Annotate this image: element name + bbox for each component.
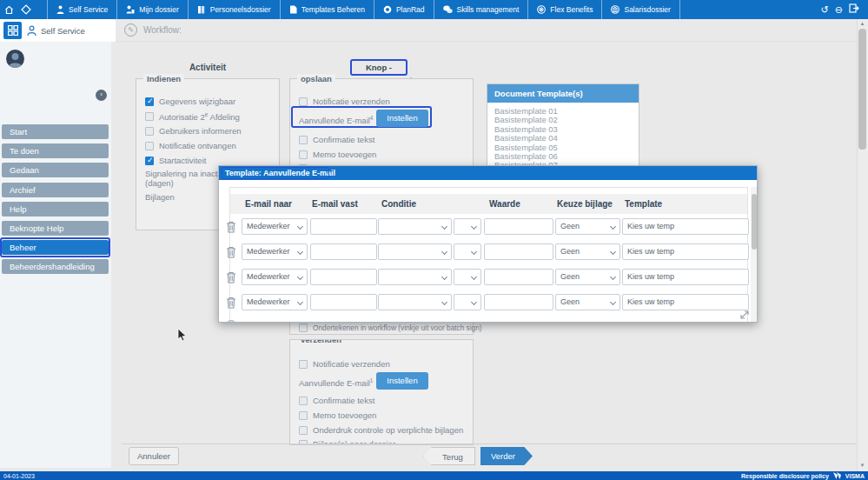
checkbox-ondertekenen-workflow[interactable] — [299, 323, 308, 332]
sidebar-item-te-doen[interactable]: Te doen — [2, 143, 109, 158]
conditie-select[interactable] — [378, 243, 452, 260]
keuze-bijlage-select[interactable]: Geen — [555, 218, 620, 235]
waarde-input[interactable] — [484, 243, 553, 260]
tab-self-service[interactable]: Self Service — [47, 0, 116, 19]
sidebar-item-beheerdershandleiding[interactable]: Beheerdershandleiding — [2, 259, 109, 274]
tab-mijn-dossier[interactable]: Mijn dossier — [116, 0, 187, 19]
chevron-down-icon — [610, 299, 616, 305]
tab-flex-benefits[interactable]: Flex Benefits — [527, 0, 601, 19]
chat-bubbles-icon — [443, 5, 453, 14]
footer-bar: 04-01-2023 Responsible disclosure policy… — [0, 471, 868, 480]
template-select[interactable]: Kies uw temp — [622, 269, 749, 285]
checkbox-bijlagen-naar-dossier[interactable] — [299, 440, 308, 446]
workflow-header: ✎ Workflow: — [124, 23, 182, 37]
checkbox-notificatie-verzenden-verzenden[interactable] — [299, 360, 308, 369]
verder-button[interactable]: Verder — [480, 447, 533, 465]
checkbox-memo-toevoegen-verzenden[interactable] — [299, 411, 308, 420]
sidebar-item-gedaan[interactable]: Gedaan — [2, 163, 109, 177]
navigation-diamond-icon[interactable] — [17, 0, 35, 19]
avatar[interactable] — [6, 50, 24, 68]
delete-row-icon[interactable] — [226, 271, 236, 283]
tab-salarisdossier[interactable]: Salarisdossier — [601, 0, 679, 19]
operator-select[interactable] — [454, 269, 481, 285]
checkbox-gebruikers-informeren[interactable] — [145, 127, 154, 136]
delete-row-icon[interactable] — [226, 319, 236, 323]
scroll-up-arrow[interactable]: ▲ — [858, 21, 866, 26]
waarde-input[interactable] — [484, 218, 553, 235]
annuleer-button[interactable]: Annuleer — [129, 447, 179, 465]
knop-conditie-annotation: Knop - conditie — [350, 59, 407, 76]
logout-icon[interactable] — [849, 0, 859, 19]
template-select[interactable]: Kies uw temp — [622, 294, 749, 310]
sidebar-item-beheer[interactable]: Beheer — [2, 240, 109, 255]
conditie-select[interactable] — [378, 269, 452, 285]
waarde-input[interactable] — [484, 269, 553, 285]
conditie-select[interactable] — [378, 294, 452, 310]
scroll-down-arrow[interactable]: ▼ — [858, 463, 866, 468]
page-scrollbar-thumb[interactable] — [858, 29, 866, 150]
email-naar-select[interactable]: Medewerker — [242, 269, 308, 285]
sidebar-item-archief[interactable]: Archief — [2, 183, 109, 197]
column-header-conditie: Conditie — [381, 194, 416, 214]
bijlagen-label: Bijlagen — [145, 192, 175, 202]
operator-select[interactable] — [454, 294, 481, 310]
modal-title-bar[interactable]: Template: Aanvullende E-mail — [219, 166, 757, 180]
operator-select[interactable] — [454, 218, 481, 235]
checkbox-memo-toevoegen-opslaan[interactable] — [299, 150, 308, 159]
email-vast-input[interactable] — [310, 243, 377, 260]
keuze-bijlage-select[interactable]: Geen — [555, 294, 620, 310]
checkbox-notificatie-verzenden-opslaan[interactable] — [299, 97, 308, 106]
operator-select[interactable] — [454, 243, 481, 260]
tab-planrad[interactable]: PlanRad — [374, 0, 434, 19]
email-naar-select[interactable]: Medewerker — [242, 294, 308, 310]
keuze-bijlage-select[interactable]: Geen — [555, 243, 620, 260]
waarde-input[interactable] — [484, 294, 553, 310]
signalering-label-2: (dagen) — [145, 178, 174, 188]
app-launcher-icon[interactable] — [3, 22, 22, 39]
column-header-waarde: Waarde — [489, 194, 520, 214]
edit-pencil-icon: ✎ — [124, 23, 137, 37]
checkbox-gegevens-wijzigbaar[interactable] — [145, 97, 154, 106]
modal-scrollbar-thumb[interactable] — [752, 194, 757, 250]
aanvullende-email-label-opslaan: Aanvullende E-mail4 — [299, 115, 373, 125]
status-circle-icon[interactable]: ⊖ — [835, 0, 843, 19]
instellen-button-opslaan[interactable]: Instellen — [376, 110, 428, 127]
disclosure-policy-link[interactable]: Responsible disclosure policy — [741, 473, 829, 479]
resize-handle-icon[interactable] — [740, 310, 749, 319]
delete-row-icon[interactable] — [226, 246, 236, 258]
checkbox-notificatie-ontvangen[interactable] — [145, 142, 154, 150]
delete-row-icon[interactable] — [226, 221, 236, 233]
bank-circle-icon — [611, 5, 620, 14]
sidebar-item-help[interactable]: Help — [2, 202, 109, 217]
checkbox-confirmatie-tekst-verzenden[interactable] — [299, 397, 308, 405]
column-header-email-naar: E-mail naar — [245, 194, 292, 214]
refresh-icon[interactable]: ↺ — [821, 0, 829, 19]
checkbox-onderdruk-controle-verzenden[interactable] — [299, 426, 308, 435]
app-tabs: Self Service Mijn dossier Personeelsdoss… — [47, 0, 680, 19]
email-naar-select[interactable]: Medewerker — [242, 218, 308, 235]
sidebar-item-beknopte-help[interactable]: Beknopte Help — [2, 221, 109, 236]
sidebar-collapse-button[interactable]: ‹ — [96, 90, 107, 101]
column-header-template: Template — [625, 194, 662, 214]
tab-personeelsdossier[interactable]: Personeelsdossier — [188, 0, 280, 19]
tab-templates-beheren[interactable]: Templates Beheren — [280, 0, 374, 19]
chevron-down-icon — [297, 274, 303, 280]
terug-button[interactable]: Terug — [423, 447, 475, 465]
conditie-select[interactable] — [378, 218, 452, 235]
document-templates-list: Basistemplate 01 Basistemplate 02 Basist… — [487, 103, 639, 170]
email-vast-input[interactable] — [310, 218, 377, 235]
template-select[interactable]: Kies uw temp — [622, 243, 749, 260]
sidebar-item-start[interactable]: Start — [2, 124, 109, 139]
email-naar-select[interactable]: Medewerker — [242, 243, 308, 260]
email-vast-input[interactable] — [310, 269, 377, 285]
checkbox-confirmatie-tekst-opslaan[interactable] — [299, 136, 308, 144]
checkbox-startactiviteit[interactable] — [145, 157, 154, 165]
template-select[interactable]: Kies uw temp — [622, 218, 749, 235]
keuze-bijlage-select[interactable]: Geen — [555, 269, 620, 285]
home-icon[interactable] — [0, 0, 17, 19]
tab-skills-management[interactable]: Skills management — [434, 0, 528, 19]
instellen-button-verzenden[interactable]: Instellen — [376, 372, 428, 390]
checkbox-autorisatie-2e-afdeling[interactable] — [145, 112, 154, 121]
delete-row-icon[interactable] — [226, 297, 236, 309]
email-vast-input[interactable] — [310, 294, 377, 310]
